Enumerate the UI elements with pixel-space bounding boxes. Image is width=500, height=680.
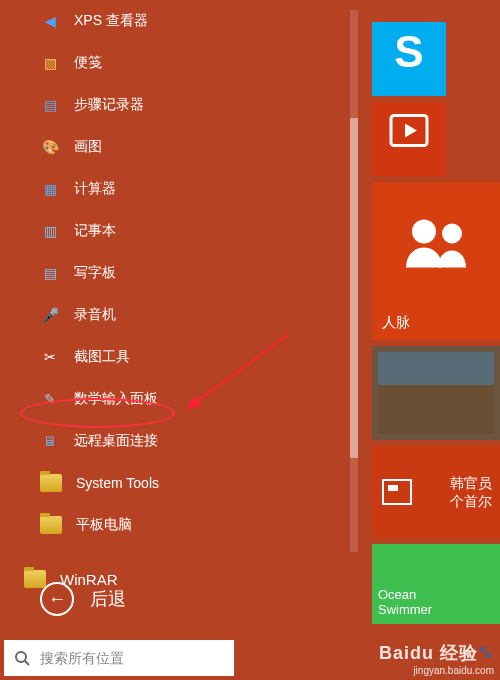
app-remote-desktop[interactable]: 🖥 远程桌面连接	[20, 420, 350, 462]
svg-marker-4	[405, 123, 417, 137]
start-tiles: S 人脉 韩官员 个首尔 Ocean Swimmer	[372, 10, 500, 670]
tile-skype[interactable]: S	[372, 22, 446, 96]
app-label: 记事本	[74, 222, 116, 240]
tile-label: Ocean Swimmer	[378, 587, 494, 618]
rdp-icon: 🖥	[40, 431, 60, 451]
skype-icon: S	[394, 27, 423, 77]
app-calculator[interactable]: ▦ 计算器	[20, 168, 350, 210]
watermark-brand: Baidu 经验	[379, 643, 478, 663]
scroll-thumb[interactable]	[350, 118, 358, 458]
apps-panel: ◀ XPS 查看器 ▧ 便笺 ▤ 步骤记录器 🎨 画图 ▦ 计算器 ▥ 记事本 …	[0, 0, 370, 680]
app-label: XPS 查看器	[74, 12, 148, 30]
app-label: 步骤记录器	[74, 96, 144, 114]
folder-tablet-pc[interactable]: 平板电脑	[20, 504, 350, 546]
app-label: 录音机	[74, 306, 116, 324]
note-icon: ▧	[40, 53, 60, 73]
app-steps-recorder[interactable]: ▤ 步骤记录器	[20, 84, 350, 126]
svg-line-2	[25, 661, 29, 665]
notepad-icon: ▥	[40, 221, 60, 241]
app-wordpad[interactable]: ▤ 写字板	[20, 252, 350, 294]
tile-people[interactable]: 人脉	[372, 182, 500, 340]
tile-photos[interactable]	[372, 346, 500, 440]
tile-news[interactable]: 韩官员 个首尔	[372, 446, 500, 538]
mic-icon: 🎤	[40, 305, 60, 325]
wordpad-icon: ▤	[40, 263, 60, 283]
svg-point-1	[16, 652, 26, 662]
app-sticky-notes[interactable]: ▧ 便笺	[20, 42, 350, 84]
app-label: 便笺	[74, 54, 102, 72]
search-icon	[4, 650, 40, 666]
folder-label: 平板电脑	[76, 516, 132, 534]
app-label: 远程桌面连接	[74, 432, 158, 450]
xps-icon: ◀	[40, 11, 60, 31]
people-icon	[396, 216, 476, 275]
tile-video[interactable]	[372, 102, 446, 176]
svg-point-6	[442, 224, 462, 244]
back-label: 后退	[90, 587, 126, 611]
app-label: 截图工具	[74, 348, 130, 366]
video-icon	[389, 113, 429, 150]
folder-label: System Tools	[76, 475, 159, 491]
calc-icon: ▦	[40, 179, 60, 199]
back-button[interactable]: ← 后退	[40, 582, 126, 616]
app-notepad[interactable]: ▥ 记事本	[20, 210, 350, 252]
app-label: 写字板	[74, 264, 116, 282]
watermark-url: jingyan.baidu.com	[379, 665, 494, 676]
folder-icon	[40, 516, 62, 534]
tile-ocean-swimmer[interactable]: Ocean Swimmer	[372, 544, 500, 624]
folder-system-tools[interactable]: System Tools	[20, 462, 350, 504]
snip-icon: ✂	[40, 347, 60, 367]
back-arrow-icon: ←	[40, 582, 74, 616]
search-bar[interactable]	[4, 640, 234, 676]
search-input[interactable]	[40, 650, 220, 666]
app-math-input[interactable]: ✎ 数学输入面板	[20, 378, 350, 420]
app-paint[interactable]: 🎨 画图	[20, 126, 350, 168]
app-snipping-tool[interactable]: ✂ 截图工具	[20, 336, 350, 378]
tile-label: 人脉	[382, 314, 410, 332]
app-sound-recorder[interactable]: 🎤 录音机	[20, 294, 350, 336]
math-icon: ✎	[40, 389, 60, 409]
photo-image	[378, 352, 494, 434]
steps-icon: ▤	[40, 95, 60, 115]
paint-icon: 🎨	[40, 137, 60, 157]
app-label: 画图	[74, 138, 102, 156]
folder-icon	[40, 474, 62, 492]
tile-label: 韩官员 个首尔	[450, 474, 492, 510]
apps-scrollbar[interactable]	[350, 10, 358, 552]
news-icon	[382, 479, 412, 505]
app-xps-viewer[interactable]: ◀ XPS 查看器	[20, 0, 350, 42]
app-label: 数学输入面板	[74, 390, 158, 408]
app-label: 计算器	[74, 180, 116, 198]
watermark: Baidu 经验🐾 jingyan.baidu.com	[379, 641, 494, 676]
svg-point-5	[412, 220, 436, 244]
paw-icon: 🐾	[478, 645, 494, 659]
app-list: ◀ XPS 查看器 ▧ 便笺 ▤ 步骤记录器 🎨 画图 ▦ 计算器 ▥ 记事本 …	[20, 0, 350, 560]
